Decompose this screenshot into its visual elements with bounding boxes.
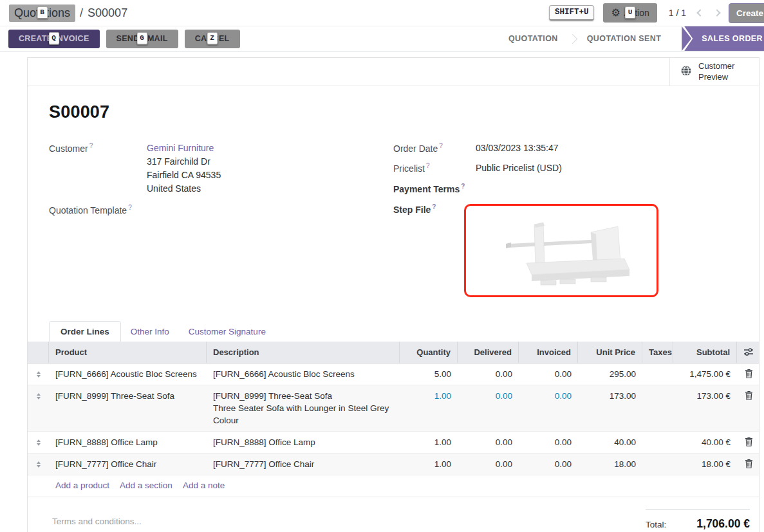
send-email-button[interactable]: SEND EMAIL G: [106, 30, 178, 48]
customer-address-line: 317 Fairchild Dr: [147, 155, 221, 169]
add-a-section-link[interactable]: Add a section: [120, 481, 172, 490]
tab-other-info[interactable]: Other Info: [121, 322, 179, 342]
cell-quantity[interactable]: 1.00: [400, 432, 458, 453]
pager-previous-icon[interactable]: [696, 9, 703, 16]
pricelist-field-value[interactable]: Public Pricelist (USD): [476, 161, 562, 175]
cell-quantity[interactable]: 1.00: [400, 385, 458, 431]
create-button[interactable]: Create: [729, 3, 764, 23]
customer-preview-button[interactable]: Customer Preview: [669, 58, 759, 86]
cell-invoiced[interactable]: 0.00: [519, 363, 578, 385]
trash-icon: [745, 437, 753, 446]
field-order-date: Order Date? 03/03/2023 13:35:47: [393, 142, 738, 155]
cell-product[interactable]: [FURN_8888] Office Lamp: [49, 432, 207, 453]
delete-row-button[interactable]: [737, 454, 760, 475]
order-date-field-value[interactable]: 03/03/2023 13:35:47: [476, 142, 558, 155]
tab-order-lines[interactable]: Order Lines: [49, 321, 121, 342]
table-row[interactable]: [FURN_8999] Three-Seat Sofa [FURN_8999] …: [28, 385, 759, 432]
cell-unit-price[interactable]: 40.00: [578, 432, 642, 453]
cell-unit-price[interactable]: 295.00: [578, 363, 642, 385]
cell-taxes[interactable]: [642, 432, 673, 453]
cell-description[interactable]: [FURN_6666] Acoustic Bloc Screens: [207, 363, 400, 385]
cell-quantity[interactable]: 5.00: [400, 363, 458, 385]
optional-columns-button[interactable]: [737, 342, 760, 363]
customer-field-value: Gemini Furniture 317 Fairchild Dr Fairfi…: [147, 142, 221, 196]
add-a-product-link[interactable]: Add a product: [55, 481, 109, 490]
status-step-quotation-sent[interactable]: QUOTATION SENT: [573, 26, 676, 51]
help-icon: ?: [426, 162, 430, 169]
cell-subtotal: 18.00 €: [673, 454, 737, 475]
drag-handle-icon[interactable]: [28, 363, 49, 385]
cell-unit-price[interactable]: 18.00: [578, 454, 642, 475]
top-controls: SHIFT+U ⚙ Action U 1 / 1 Create: [549, 3, 764, 23]
column-header-description[interactable]: Description: [207, 342, 400, 363]
column-header-delivered[interactable]: Delivered: [458, 342, 519, 363]
add-a-note-link[interactable]: Add a note: [183, 481, 225, 490]
cell-description[interactable]: [FURN_8999] Three-Seat Sofa Three Seater…: [207, 385, 400, 431]
column-header-quantity[interactable]: Quantity: [400, 342, 458, 363]
column-header-subtotal[interactable]: Subtotal: [673, 342, 737, 363]
customer-address-line: United States: [147, 182, 221, 196]
shortcut-hint-badge: Q: [48, 32, 59, 45]
help-icon: ?: [439, 142, 443, 149]
field-pricelist: Pricelist? Public Pricelist (USD): [393, 161, 738, 175]
action-menu-button[interactable]: ⚙ Action U: [603, 3, 657, 23]
table-row[interactable]: [FURN_7777] Office Chair [FURN_7777] Off…: [28, 454, 759, 475]
sheet-footer: Terms and conditions... Total: 1,706.00 …: [28, 497, 759, 531]
cell-invoiced[interactable]: 0.00: [519, 454, 578, 475]
shortcut-hint-badge: G: [136, 32, 147, 45]
drag-handle-icon[interactable]: [28, 385, 49, 431]
trash-icon: [745, 459, 753, 468]
cell-unit-price[interactable]: 173.00: [578, 385, 642, 431]
terms-and-conditions-input[interactable]: Terms and conditions...: [52, 509, 142, 531]
field-column-right: Order Date? 03/03/2023 13:35:47 Pricelis…: [393, 142, 738, 303]
total-box: Total: 1,706.00 €: [646, 509, 750, 531]
delete-row-button[interactable]: [737, 432, 760, 453]
cell-delivered[interactable]: 0.00: [458, 454, 519, 475]
status-step-quotation[interactable]: QUOTATION: [494, 26, 572, 51]
table-row[interactable]: [FURN_6666] Acoustic Bloc Screens [FURN_…: [28, 363, 759, 385]
customer-field-label: Customer?: [49, 142, 147, 196]
globe-icon: [680, 65, 692, 79]
cell-description[interactable]: [FURN_8888] Office Lamp: [207, 432, 400, 453]
pager-count: 1 / 1: [669, 8, 686, 18]
record-title: S00007: [49, 102, 738, 122]
button-box: Customer Preview: [28, 58, 759, 86]
customer-link[interactable]: Gemini Furniture: [147, 143, 214, 153]
drag-handle-icon[interactable]: [28, 454, 49, 475]
cell-product[interactable]: [FURN_6666] Acoustic Bloc Screens: [49, 363, 207, 385]
form-sheet: Customer Preview S00007 Customer? Gemini…: [27, 57, 759, 532]
cancel-button[interactable]: CANCEL Z: [185, 30, 240, 48]
notebook-tabs: Order Lines Other Info Customer Signatur…: [49, 321, 738, 342]
cell-taxes[interactable]: [642, 363, 673, 385]
tab-customer-signature[interactable]: Customer Signature: [179, 322, 275, 342]
breadcrumb-quotations-link[interactable]: Quotations B: [9, 5, 75, 22]
cell-quantity[interactable]: 1.00: [400, 454, 458, 475]
create-button-label: Create: [736, 8, 763, 18]
pager-next-icon[interactable]: [713, 9, 720, 16]
shortcut-hint-badge: Z: [207, 32, 218, 45]
cell-taxes[interactable]: [642, 385, 673, 431]
control-panel: Quotations B / S00007 SHIFT+U ⚙ Action U…: [0, 0, 764, 26]
cell-taxes[interactable]: [642, 454, 673, 475]
step-file-field-label: Step File?: [393, 203, 476, 297]
cell-delivered[interactable]: 0.00: [458, 432, 519, 453]
status-step-sales-order-active[interactable]: SALES ORDER: [684, 26, 764, 51]
create-invoice-button[interactable]: CREATE INVOICE Q: [8, 30, 100, 48]
step-file-preview[interactable]: [464, 204, 658, 297]
delete-row-button[interactable]: [737, 385, 760, 431]
delete-row-button[interactable]: [737, 363, 760, 385]
cell-delivered[interactable]: 0.00: [458, 363, 519, 385]
cell-description[interactable]: [FURN_7777] Office Chair: [207, 454, 400, 475]
column-header-taxes[interactable]: Taxes: [642, 342, 673, 363]
column-header-unit-price[interactable]: Unit Price: [578, 342, 642, 363]
column-header-product[interactable]: Product: [49, 342, 207, 363]
cell-product[interactable]: [FURN_7777] Office Chair: [49, 454, 207, 475]
cell-invoiced[interactable]: 0.00: [519, 385, 578, 431]
drag-handle-icon[interactable]: [28, 432, 49, 453]
table-row[interactable]: [FURN_8888] Office Lamp [FURN_8888] Offi…: [28, 432, 759, 454]
cell-delivered[interactable]: 0.00: [458, 385, 519, 431]
field-step-file: Step File?: [393, 203, 738, 297]
cell-product[interactable]: [FURN_8999] Three-Seat Sofa: [49, 385, 207, 431]
cell-invoiced[interactable]: 0.00: [519, 432, 578, 453]
column-header-invoiced[interactable]: Invoiced: [519, 342, 578, 363]
